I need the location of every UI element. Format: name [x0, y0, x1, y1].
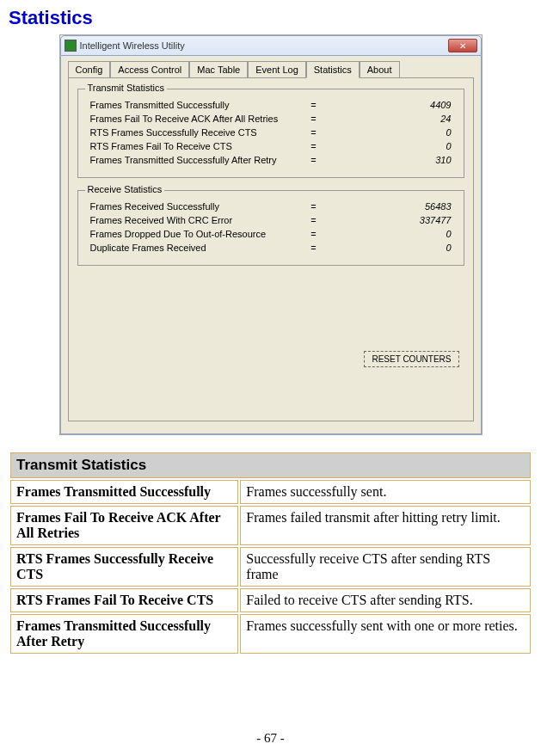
table-row: RTS Frames Successfully Receive CTS Succ… [10, 547, 531, 587]
stat-row: RTS Frames Successfully Receive CTS = 0 [90, 126, 452, 139]
app-icon [65, 40, 77, 52]
equals-sign: = [280, 100, 348, 110]
transmit-groupbox: Transmit Statistics Frames Transmitted S… [77, 89, 464, 178]
table-label: Frames Transmitted Successfully After Re… [10, 614, 238, 654]
stat-label: Frames Received Successfully [90, 201, 280, 212]
stat-label: Duplicate Frames Received [90, 243, 280, 253]
table-header: Transmit Statistics [10, 452, 531, 478]
stat-row: RTS Frames Fail To Receive CTS = 0 [90, 139, 452, 153]
equals-sign: = [280, 243, 348, 253]
stat-row: Frames Fail To Receive ACK After All Ret… [90, 112, 452, 126]
stat-label: Frames Received With CRC Error [90, 215, 280, 225]
stat-label: Frames Dropped Due To Out-of-Resource [90, 229, 280, 239]
equals-sign: = [280, 201, 348, 212]
receive-legend: Receive Statistics [85, 184, 165, 194]
table-desc: Frames successfully sent with one or mor… [240, 614, 531, 654]
table-desc: Frames failed transmit after hitting ret… [240, 506, 531, 545]
table-desc: Frames successfully sent. [240, 480, 531, 504]
close-icon[interactable]: ✕ [448, 39, 477, 52]
equals-sign: = [280, 155, 348, 165]
stat-row: Duplicate Frames Received = 0 [90, 241, 452, 255]
tab-access-control[interactable]: Access Control [110, 61, 189, 78]
equals-sign: = [280, 229, 348, 239]
tab-mac-table[interactable]: Mac Table [189, 61, 248, 78]
tab-strip: Config Access Control Mac Table Event Lo… [68, 61, 474, 78]
stat-value: 0 [348, 229, 452, 239]
tab-config[interactable]: Config [68, 61, 111, 78]
table-row: Frames Fail To Receive ACK After All Ret… [10, 506, 531, 545]
equals-sign: = [280, 141, 348, 151]
table-row: RTS Frames Fail To Receive CTS Failed to… [10, 588, 531, 612]
equals-sign: = [280, 127, 348, 138]
receive-groupbox: Receive Statistics Frames Received Succe… [77, 190, 464, 266]
table-label: RTS Frames Fail To Receive CTS [10, 588, 238, 612]
stat-row: Frames Transmitted Successfully = 4409 [90, 98, 452, 112]
stat-value: 4409 [348, 100, 452, 110]
stat-value: 0 [348, 141, 452, 151]
stat-label: Frames Transmitted Successfully After Re… [90, 155, 280, 165]
stat-label: Frames Transmitted Successfully [90, 100, 280, 110]
stat-value: 56483 [348, 201, 452, 212]
tab-event-log[interactable]: Event Log [248, 61, 306, 78]
table-label: RTS Frames Successfully Receive CTS [10, 547, 238, 587]
table-label: Frames Fail To Receive ACK After All Ret… [10, 506, 238, 545]
stat-value: 0 [348, 127, 452, 138]
stat-row: Frames Received Successfully = 56483 [90, 200, 452, 213]
stat-value: 337477 [348, 215, 452, 225]
stat-value: 24 [348, 114, 452, 124]
stat-value: 310 [348, 155, 452, 165]
stat-row: Frames Dropped Due To Out-of-Resource = … [90, 227, 452, 241]
stat-label: RTS Frames Fail To Receive CTS [90, 141, 280, 151]
tab-statistics[interactable]: Statistics [306, 61, 360, 78]
page-number: - 67 - [0, 731, 541, 746]
table-row: Frames Transmitted Successfully Frames s… [10, 480, 531, 504]
equals-sign: = [280, 215, 348, 225]
equals-sign: = [280, 114, 348, 124]
table-row: Frames Transmitted Successfully After Re… [10, 614, 531, 654]
transmit-legend: Transmit Statistics [85, 83, 167, 93]
tab-panel-statistics: Transmit Statistics Frames Transmitted S… [68, 77, 474, 421]
screenshot-frame: Intelligent Wireless Utility ✕ Config Ac… [59, 34, 483, 435]
app-window: Intelligent Wireless Utility ✕ Config Ac… [60, 35, 482, 434]
reset-counters-button[interactable]: RESET COUNTERS [364, 351, 458, 367]
page-heading: Statistics [9, 7, 532, 29]
stat-row: Frames Received With CRC Error = 337477 [90, 213, 452, 227]
table-desc: Failed to receive CTS after sending RTS. [240, 588, 531, 612]
titlebar: Intelligent Wireless Utility ✕ [60, 35, 482, 56]
window-title: Intelligent Wireless Utility [80, 40, 448, 51]
table-desc: Successfully receive CTS after sending R… [240, 547, 531, 587]
stat-label: RTS Frames Successfully Receive CTS [90, 127, 280, 138]
stat-label: Frames Fail To Receive ACK After All Ret… [90, 114, 280, 124]
stat-value: 0 [348, 243, 452, 253]
tab-about[interactable]: About [360, 61, 400, 78]
stat-row: Frames Transmitted Successfully After Re… [90, 153, 452, 167]
window-body: Config Access Control Mac Table Event Lo… [60, 56, 482, 434]
description-table: Transmit Statistics Frames Transmitted S… [9, 451, 532, 655]
table-label: Frames Transmitted Successfully [10, 480, 238, 504]
